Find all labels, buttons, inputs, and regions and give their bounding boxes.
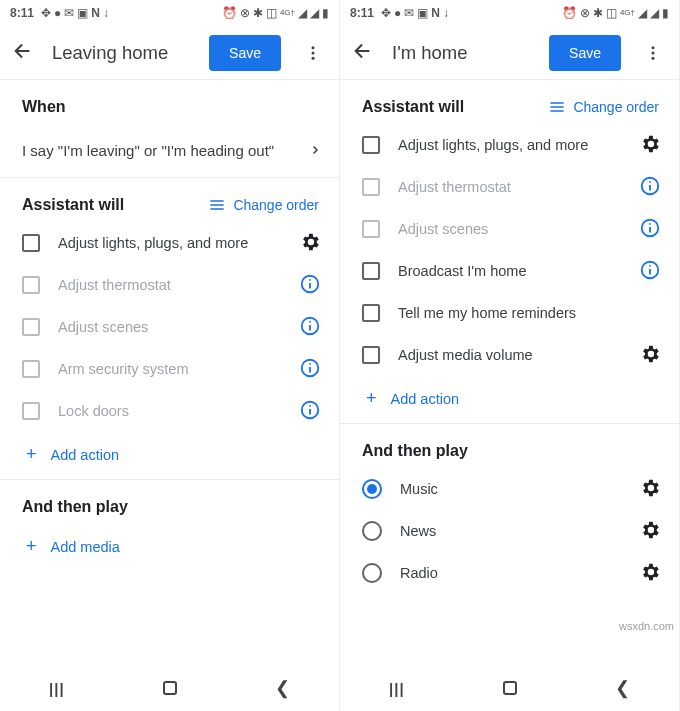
- plus-icon: +: [26, 444, 37, 465]
- checkbox[interactable]: [22, 234, 40, 252]
- change-order-button[interactable]: Change order: [549, 99, 659, 115]
- back-button[interactable]: [12, 40, 34, 65]
- alarm-icon: ⏰: [562, 7, 577, 19]
- vibrate-icon: ◫: [266, 7, 277, 19]
- trigger-row[interactable]: I say "I'm leaving" or "I'm heading out": [0, 124, 339, 177]
- checkbox[interactable]: [362, 262, 380, 280]
- nav-recents[interactable]: |||: [49, 680, 65, 697]
- signal-icon: ◢: [310, 7, 319, 19]
- add-action-button[interactable]: + Add action: [0, 432, 339, 479]
- section-title: Assistant will: [362, 98, 464, 116]
- action-label: Adjust scenes: [398, 221, 621, 237]
- info-icon[interactable]: [299, 315, 321, 340]
- action-item[interactable]: Tell me my home reminders: [340, 292, 679, 334]
- action-item[interactable]: Adjust lights, plugs, and more: [340, 124, 679, 166]
- signal-icon: ◢: [638, 7, 647, 19]
- battery-icon: ▮: [662, 7, 669, 19]
- status-icon: ▣: [77, 7, 88, 19]
- status-right: ⏰ ⊗ ✱ ◫ 4G† ◢ ◢ ▮: [562, 7, 669, 19]
- action-item[interactable]: Arm security system: [0, 348, 339, 390]
- bluetooth-icon: ⊗: [580, 7, 590, 19]
- play-item[interactable]: Radio: [340, 552, 679, 594]
- change-order-label: Change order: [573, 99, 659, 115]
- overflow-menu-button[interactable]: [633, 33, 673, 73]
- action-item[interactable]: Adjust scenes: [340, 208, 679, 250]
- status-icon: ✱: [593, 7, 603, 19]
- action-item[interactable]: Adjust scenes: [0, 306, 339, 348]
- signal-icon: ◢: [298, 7, 307, 19]
- radio-button[interactable]: [362, 521, 382, 541]
- svg-point-0: [312, 46, 315, 49]
- alarm-icon: ⏰: [222, 7, 237, 19]
- save-button[interactable]: Save: [209, 35, 281, 71]
- save-button[interactable]: Save: [549, 35, 621, 71]
- radio-button[interactable]: [362, 479, 382, 499]
- checkbox[interactable]: [362, 178, 380, 196]
- info-icon[interactable]: [299, 399, 321, 424]
- checkbox[interactable]: [362, 304, 380, 322]
- back-button[interactable]: [352, 40, 374, 65]
- status-right: ⏰ ⊗ ✱ ◫ 4G† ◢ ◢ ▮: [222, 7, 329, 19]
- action-item[interactable]: Adjust lights, plugs, and more: [0, 222, 339, 264]
- gear-icon[interactable]: [639, 477, 661, 502]
- play-item[interactable]: News: [340, 510, 679, 552]
- assistant-header: Assistant will Change order: [0, 178, 339, 222]
- clock: 8:11: [10, 6, 34, 20]
- action-label: Adjust thermostat: [58, 277, 281, 293]
- info-icon[interactable]: [639, 259, 661, 284]
- checkbox[interactable]: [22, 402, 40, 420]
- radio-button[interactable]: [362, 563, 382, 583]
- checkbox[interactable]: [362, 346, 380, 364]
- checkbox[interactable]: [362, 136, 380, 154]
- play-header: And then play: [340, 424, 679, 468]
- battery-icon: ▮: [322, 7, 329, 19]
- nav-back[interactable]: ❮: [615, 677, 630, 699]
- status-icon: ↓: [443, 7, 449, 19]
- play-label: News: [400, 523, 621, 539]
- change-order-button[interactable]: Change order: [209, 197, 319, 213]
- action-label: Adjust thermostat: [398, 179, 621, 195]
- vibrate-icon: ◫: [606, 7, 617, 19]
- nav-back[interactable]: ❮: [275, 677, 290, 699]
- svg-point-14: [309, 404, 311, 406]
- info-icon[interactable]: [299, 273, 321, 298]
- checkbox[interactable]: [22, 360, 40, 378]
- gear-icon[interactable]: [639, 519, 661, 544]
- add-media-button[interactable]: + Add media: [0, 524, 339, 571]
- action-item[interactable]: Adjust thermostat: [340, 166, 679, 208]
- gear-icon[interactable]: [299, 231, 321, 256]
- plus-icon: +: [366, 388, 377, 409]
- svg-point-1: [312, 51, 315, 54]
- overflow-menu-button[interactable]: [293, 33, 333, 73]
- action-item[interactable]: Adjust thermostat: [0, 264, 339, 306]
- gear-icon[interactable]: [639, 343, 661, 368]
- nav-home[interactable]: [503, 681, 517, 695]
- right-phone: 8:11 ✥ ● ✉ ▣ N ↓ ⏰ ⊗ ✱ ◫ 4G† ◢ ◢ ▮ I'm h…: [340, 0, 680, 711]
- action-label: Adjust lights, plugs, and more: [398, 137, 621, 153]
- play-label: Music: [400, 481, 621, 497]
- action-item[interactable]: Adjust media volume: [340, 334, 679, 376]
- action-label: Arm security system: [58, 361, 281, 377]
- action-item[interactable]: Lock doors: [0, 390, 339, 432]
- gear-icon[interactable]: [639, 133, 661, 158]
- add-action-label: Add action: [51, 447, 120, 463]
- info-icon[interactable]: [639, 217, 661, 242]
- signal-icon: ◢: [650, 7, 659, 19]
- action-item[interactable]: Broadcast I'm home: [340, 250, 679, 292]
- checkbox[interactable]: [22, 318, 40, 336]
- nav-home[interactable]: [163, 681, 177, 695]
- action-label: Adjust scenes: [58, 319, 281, 335]
- info-icon[interactable]: [639, 175, 661, 200]
- add-action-button[interactable]: + Add action: [340, 376, 679, 423]
- nav-bar: ||| ❮: [340, 665, 679, 711]
- action-label: Tell me my home reminders: [398, 305, 661, 321]
- section-title: And then play: [362, 442, 468, 460]
- svg-point-20: [649, 180, 651, 182]
- checkbox[interactable]: [22, 276, 40, 294]
- checkbox[interactable]: [362, 220, 380, 238]
- play-item[interactable]: Music: [340, 468, 679, 510]
- nav-recents[interactable]: |||: [389, 680, 405, 697]
- left-phone: 8:11 ✥ ● ✉ ▣ N ↓ ⏰ ⊗ ✱ ◫ 4G† ◢ ◢ ▮ Leavi…: [0, 0, 340, 711]
- gear-icon[interactable]: [639, 561, 661, 586]
- info-icon[interactable]: [299, 357, 321, 382]
